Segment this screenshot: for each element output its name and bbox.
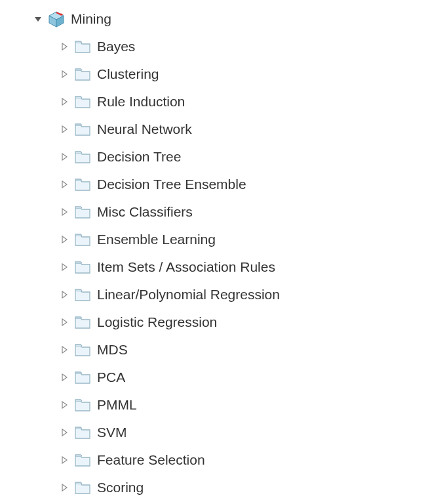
folder-icon <box>73 93 92 111</box>
tree-item-scoring[interactable]: Scoring <box>0 474 430 501</box>
tree-item-decision-tree-ensemble[interactable]: Decision Tree Ensemble <box>0 171 430 198</box>
folder-icon <box>73 230 92 249</box>
tree-item-label: Ensemble Learning <box>97 232 216 247</box>
tree-item-decision-tree[interactable]: Decision Tree <box>0 143 430 171</box>
tree-item-label: Decision Tree Ensemble <box>97 177 246 192</box>
tree-item-mds[interactable]: MDS <box>0 336 430 364</box>
tree-item-linear-polynomial-regression[interactable]: Linear/Polynomial Regression <box>0 281 430 308</box>
folder-icon <box>73 368 92 387</box>
folder-icon <box>73 423 92 442</box>
tree-item-pmml[interactable]: PMML <box>0 391 430 419</box>
folder-icon <box>73 258 92 276</box>
folder-icon <box>73 203 92 221</box>
tree-item-clustering[interactable]: Clustering <box>0 60 430 88</box>
expander-closed-icon[interactable] <box>59 400 69 410</box>
tree-item-label: Mining <box>71 11 111 27</box>
folder-icon <box>73 341 92 359</box>
expander-closed-icon[interactable] <box>59 152 69 162</box>
tree-item-label: Feature Selection <box>97 452 205 468</box>
tree-item-rule-induction[interactable]: Rule Induction <box>0 88 430 116</box>
folder-icon <box>73 451 92 469</box>
expander-closed-icon[interactable] <box>59 96 69 107</box>
tree-item-label: Clustering <box>97 66 159 82</box>
tree-item-label: Scoring <box>97 480 144 495</box>
tree-item-label: MDS <box>97 342 128 358</box>
folder-icon <box>73 148 92 166</box>
tree-item-svm[interactable]: SVM <box>0 419 430 446</box>
expander-closed-icon[interactable] <box>59 317 69 327</box>
folder-icon <box>73 65 92 83</box>
tree-item-bayes[interactable]: Bayes <box>0 33 430 60</box>
tree-item-logistic-regression[interactable]: Logistic Regression <box>0 308 430 336</box>
tree-item-label: Bayes <box>97 39 135 54</box>
expander-closed-icon[interactable] <box>59 482 69 493</box>
expander-closed-icon[interactable] <box>59 124 69 135</box>
tree-item-label: PCA <box>97 369 125 385</box>
tree-item-label: Misc Classifiers <box>97 204 193 220</box>
cube-icon <box>47 10 66 28</box>
tree-item-label: Item Sets / Association Rules <box>97 259 275 275</box>
expander-closed-icon[interactable] <box>59 234 69 245</box>
folder-icon <box>73 37 92 56</box>
folder-icon <box>73 120 92 138</box>
expander-closed-icon[interactable] <box>59 455 69 465</box>
tree-item-neural-network[interactable]: Neural Network <box>0 116 430 143</box>
expander-open-icon[interactable] <box>33 14 43 24</box>
tree-item-label: Decision Tree <box>97 149 181 165</box>
expander-closed-icon[interactable] <box>59 41 69 52</box>
tree-item-label: SVM <box>97 425 127 440</box>
tree-item-label: Linear/Polynomial Regression <box>97 287 280 303</box>
tree-item-feature-selection[interactable]: Feature Selection <box>0 446 430 474</box>
tree-children: Bayes Clustering Rule Induct <box>0 33 430 501</box>
folder-icon <box>73 396 92 414</box>
tree-item-label: Rule Induction <box>97 94 185 110</box>
tree-item-pca[interactable]: PCA <box>0 364 430 391</box>
tree-view: Mining Bayes Clusterin <box>0 5 430 501</box>
expander-closed-icon[interactable] <box>59 427 69 438</box>
tree-item-label: Logistic Regression <box>97 314 217 330</box>
tree-item-ensemble-learning[interactable]: Ensemble Learning <box>0 226 430 253</box>
folder-icon <box>73 285 92 304</box>
expander-closed-icon[interactable] <box>59 179 69 190</box>
expander-closed-icon[interactable] <box>59 207 69 217</box>
tree-item-mining[interactable]: Mining <box>0 5 430 33</box>
expander-closed-icon[interactable] <box>59 262 69 272</box>
folder-icon <box>73 175 92 194</box>
expander-closed-icon[interactable] <box>59 372 69 383</box>
expander-closed-icon[interactable] <box>59 345 69 355</box>
tree-item-label: Neural Network <box>97 121 192 137</box>
tree-item-label: PMML <box>97 397 137 413</box>
tree-item-misc-classifiers[interactable]: Misc Classifiers <box>0 198 430 226</box>
folder-icon <box>73 478 92 497</box>
expander-closed-icon[interactable] <box>59 69 69 79</box>
folder-icon <box>73 313 92 331</box>
expander-closed-icon[interactable] <box>59 289 69 300</box>
tree-item-item-sets-association-rules[interactable]: Item Sets / Association Rules <box>0 253 430 281</box>
